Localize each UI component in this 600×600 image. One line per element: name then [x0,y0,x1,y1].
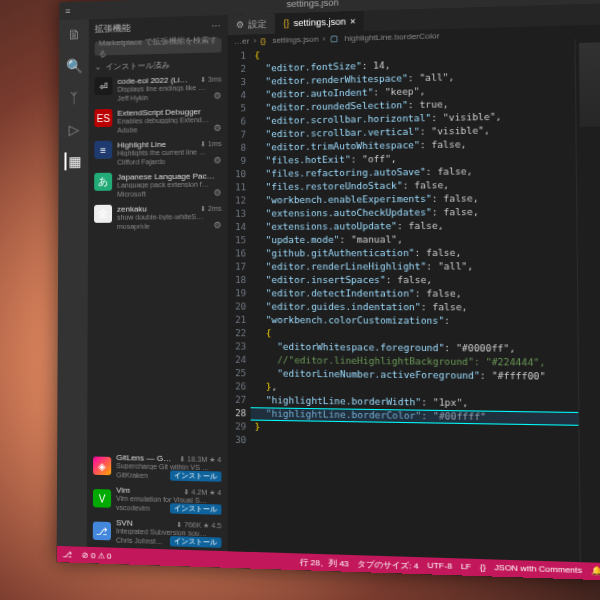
chevron-icon: › [323,34,326,43]
extension-publisher: Adobe [117,126,137,133]
explorer-icon[interactable]: 🗎 [65,25,83,43]
extension-meta: ⬇ 3ms [200,75,222,84]
extension-icon: ◈ [93,457,111,476]
code-editor[interactable]: { "editor.fontSize": 14, "editor.renderW… [250,39,580,562]
extension-icon: V [93,489,111,508]
extension-item[interactable]: ES ExtendScript Debugger Enables debuggi… [88,104,227,139]
line-gutter: 1234567891011121314151617181920212223242… [228,48,251,552]
scm-icon[interactable]: ᛉ [65,89,83,107]
minimap[interactable] [574,38,600,563]
extension-icon: あ [94,173,112,191]
extension-publisher: Chris Johnst… [116,536,163,545]
breadcrumb-item[interactable]: ▢ highlightLine.borderColor [330,31,440,43]
extension-publisher: Microsoft [117,190,146,197]
recommended-extensions-list: ◈ GitLens — G…⬇ 18.3M ★ 4 Supercharge Gi… [87,449,228,551]
code-line[interactable]: "editor.renderLineHighlight": "all", [255,260,573,274]
extension-publisher: Clifford Fajardo [117,157,165,165]
extension-icon: ⏎ [95,77,113,95]
status-eol[interactable]: LF [461,561,471,573]
extension-desc: Language pack extension f… [117,180,221,188]
extension-item[interactable]: ⏎ code-eol 2022 (Li…⬇ 3ms Displays line … [89,71,228,106]
extension-name: zenkaku [117,204,147,213]
extension-icon: ⎇ [93,522,111,541]
extension-publisher: GitKraken [116,471,148,479]
extension-desc: Highlights the current line … [117,148,221,157]
install-button[interactable]: インストール [170,470,221,481]
status-position[interactable]: 行 28、列 43 [300,556,349,569]
extension-icon: ≡ [94,141,112,159]
debug-icon[interactable]: ▷ [65,120,83,138]
extension-publisher: mosapride [117,222,150,229]
braces-icon: {} [283,18,289,28]
extension-search-input[interactable]: Marketplace で拡張機能を検索する [95,38,222,55]
extension-item[interactable]: ◈ GitLens — G…⬇ 18.3M ★ 4 Supercharge Gi… [87,449,228,485]
extension-meta: ⬇ 2ms [200,204,222,212]
tab-label: 設定 [248,17,267,31]
status-tabsize[interactable]: タブのサイズ: 4 [357,558,418,572]
chevron-down-icon[interactable]: ⌄ [95,62,102,71]
status-language[interactable]: JSON with Comments [494,562,582,577]
code-line[interactable]: "github.gitAuthentication": false, [255,246,573,260]
remote-icon[interactable]: ⎇ [63,550,72,559]
gear-icon: ⚙ [236,20,244,30]
gear-icon[interactable]: ⚙ [213,188,221,198]
extensions-icon[interactable]: ▦ [64,152,82,170]
more-icon[interactable]: ⋯ [211,21,221,31]
code-line[interactable]: "editor.detectIndentation": false, [255,287,573,301]
code-line[interactable]: "workbench.colorCustomizations": [255,314,573,329]
gear-icon[interactable]: ⚙ [213,123,221,133]
chevron-icon: › [253,36,256,45]
activity-bar: 🗎 🔍 ᛉ ▷ ▦ [57,19,89,547]
install-button[interactable]: インストール [170,503,221,515]
tab-settings-json[interactable]: {} settings.json × [275,11,364,34]
extension-name: Vim [116,485,130,495]
bell-icon[interactable]: 🔔 [591,565,600,577]
extension-item[interactable]: ⎇ SVN⬇ 766K ★ 4.5 Integrated Subversion … [87,514,228,551]
editor-area: ⚙ 設定 {} settings.json × …er › {} setting… [228,4,600,563]
gear-icon[interactable]: ⚙ [213,155,221,165]
status-encoding[interactable]: UTF-8 [427,560,452,572]
breadcrumb-item[interactable]: …er [234,36,250,45]
code-line[interactable]: "editor.insertSpaces": false, [255,274,573,288]
installed-extensions-list: ⏎ code-eol 2022 (Li…⬇ 3ms Displays line … [88,71,228,234]
extension-item[interactable]: V Vim⬇ 4.2M ★ 4 Vim emulation for Visual… [87,482,228,518]
extension-meta: ⬇ 1ms [200,140,222,148]
install-button[interactable]: インストール [170,536,222,548]
gear-icon[interactable]: ⚙ [213,220,221,230]
sidebar: 拡張機能 ⋯ Marketplace で拡張機能を検索する ⌄ インストール済み… [87,15,228,551]
extension-meta: ⬇ 4.2M ★ 4 [183,488,221,497]
section-installed-label: インストール済み [106,60,170,73]
extension-meta: ⬇ 18.3M ★ 4 [179,455,221,464]
tab-settings[interactable]: ⚙ 設定 [228,14,275,36]
errors-icon[interactable]: ⊘ 0 ⚠ 0 [82,550,112,560]
close-icon[interactable]: × [350,16,356,26]
extension-publisher: vscodevim [116,503,150,511]
extension-icon: ES [94,109,112,127]
extension-item[interactable]: ≡ Highlight Line⬇ 1ms Highlights the cur… [88,136,227,170]
sidebar-title: 拡張機能 [95,22,131,36]
extension-item[interactable]: あ Japanese Language Pac… Language pack e… [88,168,228,202]
code-line[interactable]: "update.mode": "manual", [254,232,572,247]
extension-item[interactable]: 全 zenkaku⬇ 2ms show double-byte-whiteS… … [88,201,228,234]
extension-icon: 全 [94,205,112,223]
extension-publisher: Jeff Hykin [117,94,148,102]
code-line[interactable]: "editor.guides.indentation": false, [255,300,573,315]
search-icon[interactable]: 🔍 [65,57,83,75]
menu-icon[interactable]: ≡ [65,6,70,16]
breadcrumb-item[interactable]: {} settings.json [260,35,318,46]
vscode-window: ≡ settings.json — □ × 🗎 🔍 ᛉ ▷ ▦ 拡張機能 ⋯ M… [57,0,600,580]
gear-icon[interactable]: ⚙ [213,91,221,101]
braces-icon: {} [480,562,486,574]
tab-label: settings.json [294,16,346,28]
extension-name: SVN [116,518,133,528]
